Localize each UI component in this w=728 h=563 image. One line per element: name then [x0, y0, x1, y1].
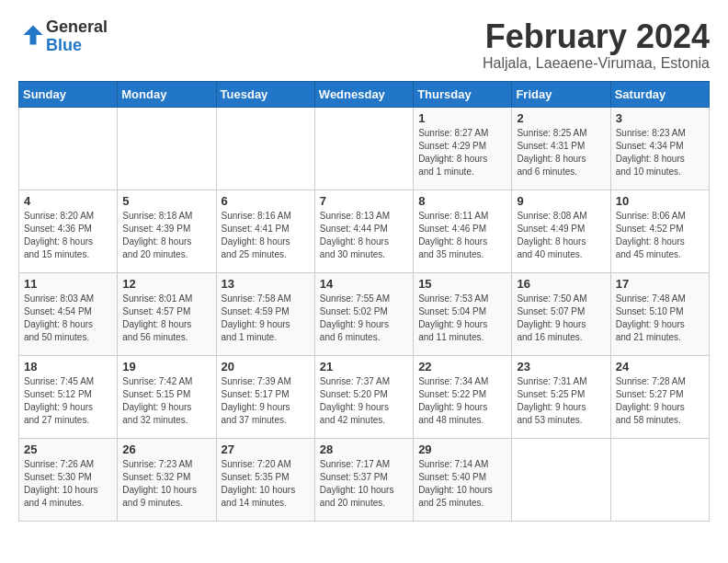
day-number: 18	[24, 360, 112, 373]
day-info: Sunrise: 7:31 AM Sunset: 5:25 PM Dayligh…	[517, 375, 605, 427]
calendar-cell: 28Sunrise: 7:17 AM Sunset: 5:37 PM Dayli…	[314, 438, 413, 521]
day-info: Sunrise: 8:01 AM Sunset: 4:57 PM Dayligh…	[122, 293, 210, 344]
day-number: 22	[418, 360, 506, 373]
calendar-cell: 14Sunrise: 7:55 AM Sunset: 5:02 PM Dayli…	[314, 272, 413, 355]
calendar-cell: 26Sunrise: 7:23 AM Sunset: 5:32 PM Dayli…	[118, 438, 216, 521]
day-info: Sunrise: 7:20 AM Sunset: 5:35 PM Dayligh…	[222, 458, 310, 510]
day-info: Sunrise: 7:39 AM Sunset: 5:17 PM Dayligh…	[222, 375, 310, 427]
day-info: Sunrise: 7:23 AM Sunset: 5:32 PM Dayligh…	[122, 458, 210, 510]
calendar-cell: 25Sunrise: 7:26 AM Sunset: 5:30 PM Dayli…	[19, 438, 118, 521]
day-info: Sunrise: 8:23 AM Sunset: 4:34 PM Dayligh…	[616, 127, 704, 178]
calendar-cell: 20Sunrise: 7:39 AM Sunset: 5:17 PM Dayli…	[216, 355, 314, 438]
header: General Blue February 2024 Haljala, Laea…	[18, 18, 710, 72]
day-number: 11	[24, 277, 112, 291]
calendar-cell	[610, 438, 709, 521]
calendar-cell: 10Sunrise: 8:06 AM Sunset: 4:52 PM Dayli…	[610, 190, 709, 272]
calendar-cell: 3Sunrise: 8:23 AM Sunset: 4:34 PM Daylig…	[610, 107, 709, 190]
calendar-week-4: 25Sunrise: 7:26 AM Sunset: 5:30 PM Dayli…	[19, 438, 710, 521]
day-info: Sunrise: 8:27 AM Sunset: 4:29 PM Dayligh…	[418, 127, 506, 178]
day-number: 4	[24, 194, 112, 208]
calendar-cell: 7Sunrise: 8:13 AM Sunset: 4:44 PM Daylig…	[314, 190, 413, 272]
weekday-header-saturday: Saturday	[610, 81, 709, 107]
day-number: 12	[122, 277, 210, 291]
calendar-subtitle: Haljala, Laeaene-Virumaa, Estonia	[483, 55, 710, 72]
day-number: 28	[320, 442, 408, 456]
calendar-cell	[512, 438, 610, 521]
day-info: Sunrise: 8:08 AM Sunset: 4:49 PM Dayligh…	[517, 210, 605, 261]
day-number: 16	[517, 277, 605, 291]
day-number: 1	[418, 111, 506, 125]
day-info: Sunrise: 7:50 AM Sunset: 5:07 PM Dayligh…	[517, 293, 605, 344]
day-number: 25	[24, 442, 112, 456]
day-info: Sunrise: 7:55 AM Sunset: 5:02 PM Dayligh…	[320, 293, 408, 344]
day-info: Sunrise: 7:58 AM Sunset: 4:59 PM Dayligh…	[222, 293, 310, 344]
weekday-header-tuesday: Tuesday	[216, 81, 314, 107]
calendar-header-row: SundayMondayTuesdayWednesdayThursdayFrid…	[19, 81, 710, 107]
calendar-cell: 16Sunrise: 7:50 AM Sunset: 5:07 PM Dayli…	[512, 272, 610, 355]
day-number: 27	[222, 442, 310, 456]
calendar-cell: 12Sunrise: 8:01 AM Sunset: 4:57 PM Dayli…	[118, 272, 216, 355]
calendar-title: February 2024	[483, 18, 710, 55]
calendar-cell	[216, 107, 314, 190]
calendar-cell: 19Sunrise: 7:42 AM Sunset: 5:15 PM Dayli…	[118, 355, 216, 438]
day-number: 5	[122, 194, 210, 208]
day-info: Sunrise: 7:17 AM Sunset: 5:37 PM Dayligh…	[320, 458, 408, 510]
day-number: 20	[222, 360, 310, 373]
calendar-cell: 8Sunrise: 8:11 AM Sunset: 4:46 PM Daylig…	[414, 190, 512, 272]
calendar-cell: 9Sunrise: 8:08 AM Sunset: 4:49 PM Daylig…	[512, 190, 610, 272]
day-info: Sunrise: 7:48 AM Sunset: 5:10 PM Dayligh…	[616, 293, 704, 344]
logo-blue-text: Blue	[46, 37, 108, 55]
day-number: 7	[320, 194, 408, 208]
logo: General Blue	[18, 18, 108, 55]
day-number: 8	[418, 194, 506, 208]
weekday-header-wednesday: Wednesday	[314, 81, 413, 107]
svg-marker-0	[24, 25, 43, 44]
calendar-cell: 21Sunrise: 7:37 AM Sunset: 5:20 PM Dayli…	[314, 355, 413, 438]
day-info: Sunrise: 7:37 AM Sunset: 5:20 PM Dayligh…	[320, 375, 408, 427]
day-number: 26	[122, 442, 210, 456]
day-info: Sunrise: 7:14 AM Sunset: 5:40 PM Dayligh…	[418, 458, 506, 510]
day-number: 15	[418, 277, 506, 291]
day-info: Sunrise: 7:53 AM Sunset: 5:04 PM Dayligh…	[418, 293, 506, 344]
title-area: February 2024 Haljala, Laeaene-Virumaa, …	[483, 18, 710, 72]
calendar-week-0: 1Sunrise: 8:27 AM Sunset: 4:29 PM Daylig…	[19, 107, 710, 190]
calendar-cell: 6Sunrise: 8:16 AM Sunset: 4:41 PM Daylig…	[216, 190, 314, 272]
calendar-cell: 2Sunrise: 8:25 AM Sunset: 4:31 PM Daylig…	[512, 107, 610, 190]
day-number: 21	[320, 360, 408, 373]
calendar-cell: 22Sunrise: 7:34 AM Sunset: 5:22 PM Dayli…	[414, 355, 512, 438]
calendar-cell	[314, 107, 413, 190]
calendar-cell: 17Sunrise: 7:48 AM Sunset: 5:10 PM Dayli…	[610, 272, 709, 355]
calendar-table: SundayMondayTuesdayWednesdayThursdayFrid…	[18, 81, 710, 522]
day-info: Sunrise: 8:03 AM Sunset: 4:54 PM Dayligh…	[24, 293, 112, 344]
day-info: Sunrise: 7:34 AM Sunset: 5:22 PM Dayligh…	[418, 375, 506, 427]
calendar-cell: 5Sunrise: 8:18 AM Sunset: 4:39 PM Daylig…	[118, 190, 216, 272]
day-info: Sunrise: 7:42 AM Sunset: 5:15 PM Dayligh…	[122, 375, 210, 427]
calendar-cell: 18Sunrise: 7:45 AM Sunset: 5:12 PM Dayli…	[19, 355, 118, 438]
calendar-body: 1Sunrise: 8:27 AM Sunset: 4:29 PM Daylig…	[19, 107, 710, 521]
calendar-cell: 11Sunrise: 8:03 AM Sunset: 4:54 PM Dayli…	[19, 272, 118, 355]
weekday-header-friday: Friday	[512, 81, 610, 107]
calendar-cell: 15Sunrise: 7:53 AM Sunset: 5:04 PM Dayli…	[414, 272, 512, 355]
calendar-week-3: 18Sunrise: 7:45 AM Sunset: 5:12 PM Dayli…	[19, 355, 710, 438]
calendar-cell: 23Sunrise: 7:31 AM Sunset: 5:25 PM Dayli…	[512, 355, 610, 438]
logo-icon	[20, 22, 46, 48]
calendar-cell	[118, 107, 216, 190]
day-info: Sunrise: 8:11 AM Sunset: 4:46 PM Dayligh…	[418, 210, 506, 261]
day-number: 9	[517, 194, 605, 208]
calendar-cell: 27Sunrise: 7:20 AM Sunset: 5:35 PM Dayli…	[216, 438, 314, 521]
day-info: Sunrise: 8:20 AM Sunset: 4:36 PM Dayligh…	[24, 210, 112, 261]
day-info: Sunrise: 7:28 AM Sunset: 5:27 PM Dayligh…	[616, 375, 704, 427]
calendar-cell: 13Sunrise: 7:58 AM Sunset: 4:59 PM Dayli…	[216, 272, 314, 355]
day-info: Sunrise: 7:45 AM Sunset: 5:12 PM Dayligh…	[24, 375, 112, 427]
logo-general-text: General	[46, 18, 108, 37]
weekday-header-monday: Monday	[118, 81, 216, 107]
day-info: Sunrise: 7:26 AM Sunset: 5:30 PM Dayligh…	[24, 458, 112, 510]
calendar-cell: 24Sunrise: 7:28 AM Sunset: 5:27 PM Dayli…	[610, 355, 709, 438]
weekday-header-sunday: Sunday	[19, 81, 118, 107]
calendar-cell: 1Sunrise: 8:27 AM Sunset: 4:29 PM Daylig…	[414, 107, 512, 190]
calendar-cell: 4Sunrise: 8:20 AM Sunset: 4:36 PM Daylig…	[19, 190, 118, 272]
calendar-cell	[19, 107, 118, 190]
day-number: 19	[122, 360, 210, 373]
day-number: 13	[222, 277, 310, 291]
day-number: 24	[616, 360, 704, 373]
